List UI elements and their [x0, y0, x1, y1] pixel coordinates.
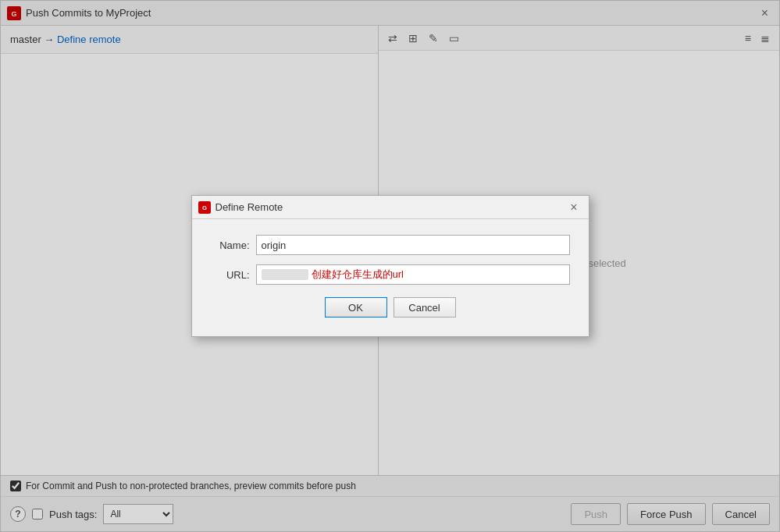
dialog-close-button[interactable]: ×: [565, 200, 582, 215]
svg-text:G: G: [202, 204, 207, 211]
name-input[interactable]: [256, 235, 570, 255]
url-blur-part: [262, 269, 308, 280]
url-placeholder-text: 创建好仓库生成的url: [312, 268, 404, 282]
dialog-buttons: OK Cancel: [211, 294, 570, 324]
url-input-display[interactable]: 创建好仓库生成的url: [256, 264, 570, 285]
dialog-ok-button[interactable]: OK: [325, 297, 387, 317]
dialog-title-left: G Define Remote: [198, 201, 283, 214]
dialog-title-bar: G Define Remote ×: [192, 196, 589, 219]
name-row: Name:: [211, 235, 570, 255]
define-remote-dialog: G Define Remote × Name: URL:: [191, 195, 589, 337]
dialog-overlay: G Define Remote × Name: URL:: [1, 1, 779, 531]
url-row: URL: 创建好仓库生成的url: [211, 264, 570, 285]
dialog-cancel-button[interactable]: Cancel: [394, 297, 456, 317]
dialog-app-icon: G: [198, 201, 211, 214]
main-window: G Push Commits to MyProject × master → D…: [0, 0, 780, 532]
url-label: URL:: [211, 269, 250, 281]
name-label: Name:: [211, 239, 250, 251]
dialog-title: Define Remote: [215, 201, 283, 213]
dialog-body: Name: URL: 创建好仓库生成的url OK Cancel: [192, 219, 589, 336]
url-field-wrapper: 创建好仓库生成的url: [256, 264, 570, 285]
